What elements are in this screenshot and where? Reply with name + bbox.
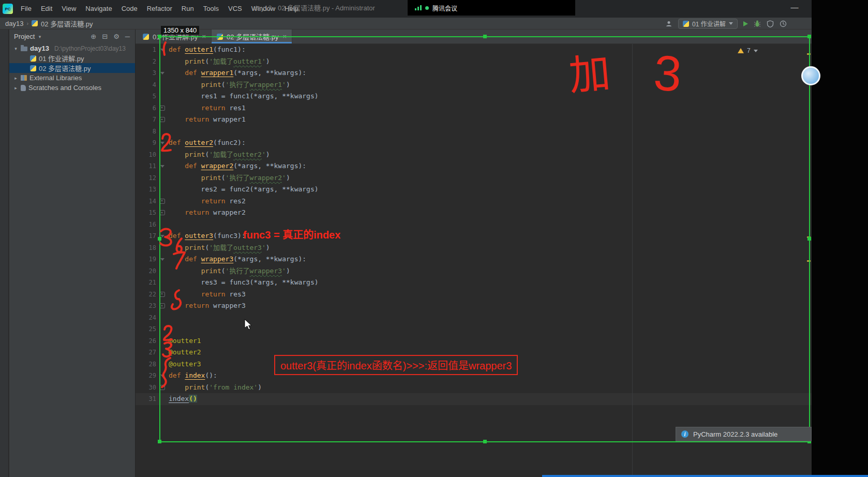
- code-line[interactable]: 6 return res1: [136, 102, 812, 114]
- fold-end-icon[interactable]: [160, 117, 165, 122]
- code-line[interactable]: 19 def wrapper3(*args, **kwargs):: [136, 254, 812, 265]
- code-line[interactable]: 26@outter1: [136, 335, 812, 347]
- line-number[interactable]: 2: [136, 56, 156, 68]
- menu-item-run[interactable]: Run: [177, 0, 199, 18]
- fold-end-icon[interactable]: [160, 292, 165, 297]
- fold-chevron-icon[interactable]: [160, 142, 164, 144]
- line-number[interactable]: 27: [136, 347, 156, 359]
- line-number[interactable]: 28: [136, 359, 156, 370]
- code-line[interactable]: 3 def wrapper1(*args, **kwargs):: [136, 67, 812, 79]
- gutter[interactable]: [156, 160, 169, 172]
- gutter[interactable]: [156, 277, 169, 289]
- gutter[interactable]: [156, 300, 169, 312]
- tree-row[interactable]: ▸Scratches and Consoles: [9, 83, 135, 93]
- gutter[interactable]: [156, 382, 169, 394]
- code-line[interactable]: 22 return res3: [136, 289, 812, 301]
- gutter[interactable]: [156, 242, 169, 254]
- tree-row[interactable]: ▾day13D:\pythonProject03\day13: [9, 43, 135, 53]
- line-number[interactable]: 10: [136, 149, 156, 161]
- fold-end-icon[interactable]: [160, 385, 165, 390]
- gutter[interactable]: [156, 359, 169, 370]
- recording-handle[interactable]: [807, 35, 811, 38]
- code-line[interactable]: 5 res1 = func1(*args, **kwargs): [136, 91, 812, 102]
- line-number[interactable]: 8: [136, 126, 156, 138]
- menu-item-tools[interactable]: Tools: [199, 0, 223, 18]
- fold-chevron-icon[interactable]: [160, 375, 164, 377]
- gutter[interactable]: [156, 289, 169, 301]
- gutter[interactable]: [156, 207, 169, 219]
- gutter[interactable]: [156, 265, 169, 277]
- line-number[interactable]: 14: [136, 196, 156, 207]
- coverage-button[interactable]: [767, 20, 774, 27]
- line-number[interactable]: 23: [136, 300, 156, 312]
- line-number[interactable]: 12: [136, 172, 156, 184]
- line-number[interactable]: 16: [136, 219, 156, 231]
- gutter[interactable]: [156, 196, 169, 207]
- line-number[interactable]: 3: [136, 67, 156, 79]
- gutter[interactable]: [156, 370, 169, 382]
- breadcrumb-item[interactable]: 02 多层语法糖.py: [41, 19, 93, 28]
- line-number[interactable]: 6: [136, 102, 156, 114]
- collapse-all-icon[interactable]: ⊟: [102, 33, 108, 40]
- gutter[interactable]: [156, 67, 169, 79]
- menu-item-code[interactable]: Code: [117, 0, 142, 18]
- code-line[interactable]: 16: [136, 219, 812, 231]
- menu-item-edit[interactable]: Edit: [36, 0, 57, 18]
- tree-row[interactable]: 01 作业讲解.py: [9, 53, 135, 63]
- code-line[interactable]: 12 print('执行了wrapper2'): [136, 172, 812, 184]
- fold-end-icon[interactable]: [160, 106, 165, 111]
- line-number[interactable]: 25: [136, 323, 156, 335]
- tree-chevron-icon[interactable]: ▾: [13, 46, 18, 51]
- tree-chevron-icon[interactable]: ▸: [13, 85, 18, 91]
- line-number[interactable]: 1: [136, 44, 156, 56]
- line-number[interactable]: 31: [136, 393, 156, 405]
- gutter[interactable]: [156, 335, 169, 347]
- gutter[interactable]: [156, 254, 169, 265]
- code-line[interactable]: 18 print('加载了outter3'): [136, 242, 812, 254]
- line-number[interactable]: 29: [136, 370, 156, 382]
- code-line[interactable]: 8: [136, 126, 812, 138]
- code-area[interactable]: 1def outter1(func1):2 print('加载了outter1'…: [136, 44, 812, 477]
- profiler-button[interactable]: [780, 20, 787, 27]
- code-line[interactable]: 24: [136, 312, 812, 324]
- tree-chevron-icon[interactable]: ▸: [13, 76, 18, 81]
- gutter[interactable]: [156, 114, 169, 126]
- gutter[interactable]: [156, 393, 169, 405]
- code-line[interactable]: 13 res2 = func2(*args, **kwargs): [136, 184, 812, 196]
- gutter[interactable]: [156, 91, 169, 102]
- code-line[interactable]: 21 res3 = func3(*args, **kwargs): [136, 277, 812, 289]
- line-number[interactable]: 19: [136, 254, 156, 265]
- gutter[interactable]: [156, 79, 169, 91]
- line-number[interactable]: 17: [136, 230, 156, 242]
- recording-handle[interactable]: [158, 440, 161, 443]
- gutter[interactable]: [156, 126, 169, 138]
- minimize-button[interactable]: —: [785, 0, 804, 16]
- fold-chevron-icon[interactable]: [160, 72, 164, 74]
- code-line[interactable]: 30 print('from index'): [136, 382, 812, 394]
- meeting-bubble[interactable]: [801, 66, 820, 85]
- line-number[interactable]: 9: [136, 137, 156, 149]
- gutter[interactable]: [156, 102, 169, 114]
- user-icon[interactable]: [665, 20, 672, 27]
- hide-panel-icon[interactable]: ─: [125, 33, 130, 40]
- notification-balloon[interactable]: i PyCharm 2022.2.3 available: [676, 427, 812, 441]
- menu-item-refactor[interactable]: Refactor: [142, 0, 177, 18]
- meeting-overlay-bar[interactable]: 腾讯会议: [408, 0, 575, 16]
- code-line[interactable]: 17def outter3(func3):: [136, 230, 812, 242]
- line-number[interactable]: 26: [136, 335, 156, 347]
- gutter[interactable]: [156, 172, 169, 184]
- gutter[interactable]: [156, 323, 169, 335]
- code-line[interactable]: 11 def wrapper2(*args, **kwargs):: [136, 160, 812, 172]
- code-line[interactable]: 31index(): [136, 393, 812, 405]
- fold-end-icon[interactable]: [160, 210, 165, 215]
- gutter[interactable]: [156, 149, 169, 161]
- line-number[interactable]: 22: [136, 289, 156, 301]
- recording-handle[interactable]: [158, 237, 161, 241]
- inspections-widget[interactable]: 7: [738, 47, 758, 54]
- menu-item-vcs[interactable]: VCS: [223, 0, 247, 18]
- gutter[interactable]: [156, 137, 169, 149]
- line-number[interactable]: 4: [136, 79, 156, 91]
- recording-handle[interactable]: [483, 35, 487, 38]
- menu-item-file[interactable]: File: [16, 0, 36, 18]
- code-line[interactable]: 7 return wrapper1: [136, 114, 812, 126]
